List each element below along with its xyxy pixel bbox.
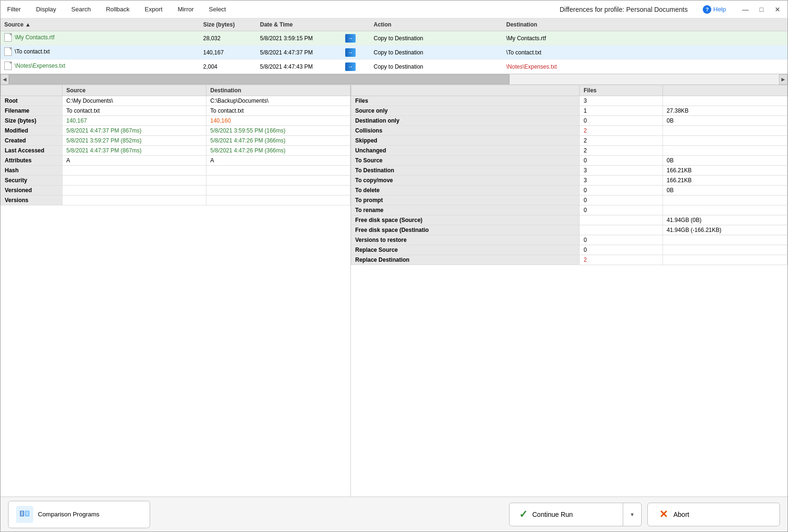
- stat-val-tosource: 0: [580, 156, 663, 166]
- detail-label-size: Size (bytes): [1, 116, 63, 126]
- detail-label-root: Root: [1, 96, 63, 106]
- menu-item-export[interactable]: Export: [142, 5, 166, 14]
- help-label: Help: [713, 6, 726, 13]
- stats-row-freedisk-dest: Free disk space (Destinatio 41.94GB (-16…: [351, 225, 788, 235]
- detail-src-root: C:\My Documents\: [63, 96, 206, 106]
- stat-val-freedisk-src: [580, 215, 663, 225]
- stat-size-tocopymove: 166.21KB: [663, 176, 787, 186]
- stats-row-skipped: Skipped 2: [351, 136, 788, 146]
- detail-col-dest: Destination: [206, 85, 350, 96]
- stat-label-torename: To rename: [351, 205, 580, 215]
- stat-val-toprompt: 0: [580, 195, 663, 205]
- menu-item-rollback[interactable]: Rollback: [103, 5, 133, 14]
- detail-label-security: Security: [1, 176, 63, 186]
- comparison-programs-button[interactable]: Comparison Programs: [8, 501, 150, 528]
- footer: Comparison Programs ✓ Continue Run ▾ ✕ A…: [0, 497, 788, 532]
- detail-label-hash: Hash: [1, 166, 63, 176]
- stats-row-todelete: To delete 0 0B: [351, 186, 788, 195]
- file-datetime-3: 5/8/2021 4:47:43 PM: [256, 62, 341, 71]
- detail-row-attributes: Attributes A A: [1, 156, 350, 166]
- menu-item-search[interactable]: Search: [69, 5, 94, 14]
- dest-name-3: \Notes\Expenses.txt: [506, 63, 557, 70]
- menu-item-select[interactable]: Select: [206, 5, 229, 14]
- source-name-1: \My Contacts.rtf: [15, 34, 54, 41]
- continue-run-button[interactable]: ✓ Continue Run ▾: [509, 503, 642, 526]
- stats-row-freedisk-src: Free disk space (Source) 41.94GB (0B): [351, 215, 788, 225]
- dropdown-arrow[interactable]: ▾: [623, 511, 641, 518]
- scroll-right-button[interactable]: ▶: [779, 74, 788, 85]
- file-size-1: 28,032: [199, 34, 256, 43]
- stat-label-freedisk-src: Free disk space (Source): [351, 215, 580, 225]
- detail-dest-security: [206, 176, 350, 186]
- stat-label-versions-restore: Versions to restore: [351, 235, 580, 245]
- svg-rect-5: [26, 512, 28, 513]
- stat-size-files: [663, 96, 787, 106]
- menu-item-display[interactable]: Display: [33, 5, 59, 14]
- detail-col-label: [1, 85, 63, 96]
- file-dest-1: \My Contacts.rtf: [502, 34, 788, 43]
- minimize-button[interactable]: —: [739, 3, 752, 16]
- abort-button[interactable]: ✕ Abort: [647, 503, 780, 526]
- stat-size-tosource: 0B: [663, 156, 787, 166]
- table-row[interactable]: \My Contacts.rtf 28,032 5/8/2021 3:59:15…: [0, 31, 788, 45]
- detail-table: Source Destination Root C:\My Documents\…: [0, 85, 350, 205]
- file-action-1: Copy to Destination: [370, 34, 502, 43]
- doc-icon-2: [4, 47, 12, 56]
- stat-label-todest: To Destination: [351, 166, 580, 176]
- stat-val-tocopymove: 3: [580, 176, 663, 186]
- detail-row-security: Security: [1, 176, 350, 186]
- stats-row-unchanged: Unchanged 2: [351, 146, 788, 156]
- menu-item-mirror[interactable]: Mirror: [175, 5, 197, 14]
- detail-src-hash: [63, 166, 206, 176]
- scroll-left-button[interactable]: ◀: [0, 74, 9, 85]
- continue-run-main: ✓ Continue Run: [510, 508, 623, 521]
- detail-dest-modified: 5/8/2021 3:59:55 PM (166ms): [206, 126, 350, 136]
- col-source[interactable]: Source ▲: [0, 20, 199, 29]
- svg-rect-3: [21, 513, 23, 514]
- col-action: Action: [370, 20, 502, 29]
- help-button[interactable]: ? Help: [703, 5, 726, 14]
- stat-val-todest: 3: [580, 166, 663, 176]
- horizontal-scrollbar[interactable]: ◀ ▶: [0, 74, 788, 85]
- scroll-track[interactable]: [9, 74, 779, 84]
- scroll-thumb[interactable]: [9, 74, 510, 84]
- stat-label-skipped: Skipped: [351, 136, 580, 146]
- stats-row-sourceonly: Source only 1 27.38KB: [351, 106, 788, 116]
- stat-val-unchanged: 2: [580, 146, 663, 156]
- stats-row-tocopymove: To copy/move 3 166.21KB: [351, 176, 788, 186]
- detail-src-filename: To contact.txt: [63, 106, 206, 116]
- source-name-2: \To contact.txt: [15, 48, 50, 55]
- close-button[interactable]: ✕: [771, 3, 784, 16]
- menu-item-filter[interactable]: Filter: [4, 5, 24, 14]
- stat-size-sourceonly: 27.38KB: [663, 106, 787, 116]
- continue-run-label: Continue Run: [532, 511, 573, 518]
- file-size-3: 2,004: [199, 62, 256, 71]
- table-row[interactable]: \To contact.txt 140,167 5/8/2021 4:47:37…: [0, 45, 788, 60]
- stat-size-todest: 166.21KB: [663, 166, 787, 176]
- detail-dest-versioned: [206, 186, 350, 195]
- stat-val-skipped: 2: [580, 136, 663, 146]
- col-action-icon: [341, 23, 370, 26]
- table-row[interactable]: \Notes\Expenses.txt 2,004 5/8/2021 4:47:…: [0, 60, 788, 74]
- abort-x-icon: ✕: [659, 508, 668, 521]
- detail-src-lastaccessed: 5/8/2021 4:47:37 PM (867ms): [63, 146, 206, 156]
- detail-row-lastaccessed: Last Accessed 5/8/2021 4:47:37 PM (867ms…: [1, 146, 350, 156]
- detail-label-created: Created: [1, 136, 63, 146]
- maximize-button[interactable]: □: [755, 3, 768, 16]
- stats-row-torename: To rename 0: [351, 205, 788, 215]
- stat-size-toprompt: [663, 195, 787, 205]
- detail-label-attributes: Attributes: [1, 156, 63, 166]
- stat-size-collisions: [663, 126, 787, 136]
- stat-label-replace-dest: Replace Destination: [351, 255, 580, 265]
- detail-row-versions: Versions: [1, 195, 350, 205]
- bottom-panels: Source Destination Root C:\My Documents\…: [0, 85, 788, 497]
- window-title: Differences for profile: Personal Docume…: [560, 6, 688, 13]
- copy-arrow-3: →: [345, 62, 356, 71]
- abort-label: Abort: [673, 511, 689, 518]
- stat-label-todelete: To delete: [351, 186, 580, 195]
- detail-label-filename: Filename: [1, 106, 63, 116]
- stat-label-toprompt: To prompt: [351, 195, 580, 205]
- detail-dest-filename: To contact.txt: [206, 106, 350, 116]
- stat-size-torename: [663, 205, 787, 215]
- window-controls: — □ ✕: [739, 3, 784, 16]
